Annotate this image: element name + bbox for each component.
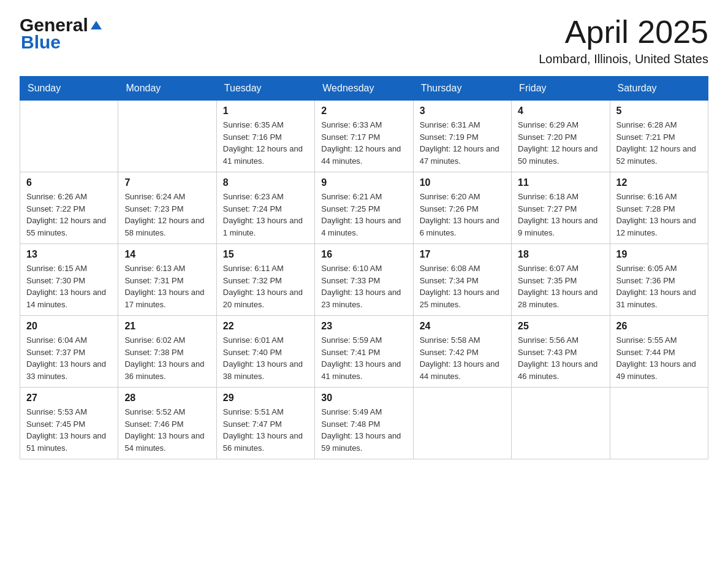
day-info: Sunrise: 6:01 AMSunset: 7:40 PMDaylight:… [223,334,308,382]
day-number: 14 [124,249,210,260]
daylight-text: Daylight: 13 hours and 4 minutes. [321,215,406,239]
calendar-week-row: 6Sunrise: 6:26 AMSunset: 7:22 PMDaylight… [20,172,708,244]
day-info: Sunrise: 6:02 AMSunset: 7:38 PMDaylight:… [124,334,210,382]
table-row: 29Sunrise: 5:51 AMSunset: 7:47 PMDayligh… [216,388,314,459]
header-sunday: Sunday [20,77,118,101]
sunset-text: Sunset: 7:45 PM [26,418,112,431]
sunset-text: Sunset: 7:35 PM [518,275,603,287]
table-row [20,101,118,172]
sunset-text: Sunset: 7:33 PM [321,275,406,287]
sunrise-text: Sunrise: 6:18 AM [518,191,603,203]
table-row: 30Sunrise: 5:49 AMSunset: 7:48 PMDayligh… [315,388,413,459]
day-info: Sunrise: 6:24 AMSunset: 7:23 PMDaylight:… [124,191,210,239]
header-tuesday: Tuesday [216,77,314,101]
table-row [512,388,610,459]
day-number: 13 [26,249,112,260]
day-info: Sunrise: 6:33 AMSunset: 7:17 PMDaylight:… [321,119,406,167]
header-friday: Friday [512,77,610,101]
sunrise-text: Sunrise: 5:59 AM [321,334,406,347]
day-info: Sunrise: 6:16 AMSunset: 7:28 PMDaylight:… [616,191,702,239]
sunset-text: Sunset: 7:25 PM [321,203,406,215]
daylight-text: Daylight: 12 hours and 58 minutes. [124,215,210,239]
day-number: 19 [616,249,702,260]
daylight-text: Daylight: 13 hours and 54 minutes. [124,430,210,454]
day-number: 28 [124,393,210,404]
table-row: 21Sunrise: 6:02 AMSunset: 7:38 PMDayligh… [118,316,216,388]
logo-triangle-icon [89,18,103,32]
sunset-text: Sunset: 7:37 PM [26,347,112,359]
day-info: Sunrise: 6:08 AMSunset: 7:34 PMDaylight:… [420,262,505,310]
sunset-text: Sunset: 7:47 PM [223,418,308,431]
daylight-text: Daylight: 13 hours and 33 minutes. [26,358,112,382]
daylight-text: Daylight: 12 hours and 47 minutes. [420,143,505,167]
daylight-text: Daylight: 13 hours and 23 minutes. [321,286,406,310]
sunrise-text: Sunrise: 5:58 AM [420,334,505,347]
table-row: 7Sunrise: 6:24 AMSunset: 7:23 PMDaylight… [118,172,216,244]
day-info: Sunrise: 6:11 AMSunset: 7:32 PMDaylight:… [223,262,308,310]
day-number: 7 [124,177,210,188]
daylight-text: Daylight: 13 hours and 28 minutes. [518,286,603,310]
day-number: 27 [26,393,112,404]
header-saturday: Saturday [610,77,708,101]
day-info: Sunrise: 6:04 AMSunset: 7:37 PMDaylight:… [26,334,112,382]
sunrise-text: Sunrise: 5:52 AM [124,406,210,418]
sunrise-text: Sunrise: 6:07 AM [518,262,603,275]
day-info: Sunrise: 6:26 AMSunset: 7:22 PMDaylight:… [26,191,112,239]
day-info: Sunrise: 6:23 AMSunset: 7:24 PMDaylight:… [223,191,308,239]
table-row: 25Sunrise: 5:56 AMSunset: 7:43 PMDayligh… [512,316,610,388]
sunrise-text: Sunrise: 6:33 AM [321,119,406,131]
sunset-text: Sunset: 7:32 PM [223,275,308,287]
daylight-text: Daylight: 13 hours and 38 minutes. [223,358,308,382]
calendar-week-row: 1Sunrise: 6:35 AMSunset: 7:16 PMDaylight… [20,101,708,172]
daylight-text: Daylight: 13 hours and 46 minutes. [518,358,603,382]
table-row [413,388,511,459]
sunrise-text: Sunrise: 6:23 AM [223,191,308,203]
day-number: 2 [321,105,406,117]
day-number: 20 [26,321,112,332]
sunrise-text: Sunrise: 5:55 AM [616,334,702,347]
sunrise-text: Sunrise: 5:53 AM [26,406,112,418]
location-subtitle: Lombard, Illinois, United States [539,52,708,66]
day-number: 3 [420,105,505,117]
table-row: 23Sunrise: 5:59 AMSunset: 7:41 PMDayligh… [315,316,413,388]
logo: General Blue [20,15,104,53]
sunrise-text: Sunrise: 6:24 AM [124,191,210,203]
table-row [118,101,216,172]
table-row: 13Sunrise: 6:15 AMSunset: 7:30 PMDayligh… [20,244,118,316]
day-info: Sunrise: 5:51 AMSunset: 7:47 PMDaylight:… [223,406,308,454]
sunset-text: Sunset: 7:41 PM [321,347,406,359]
sunrise-text: Sunrise: 6:02 AM [124,334,210,347]
sunrise-text: Sunrise: 6:20 AM [420,191,505,203]
sunset-text: Sunset: 7:22 PM [26,203,112,215]
header-title-block: April 2025 Lombard, Illinois, United Sta… [539,15,708,66]
day-number: 15 [223,249,308,260]
logo-blue-text: Blue [20,32,61,53]
table-row: 1Sunrise: 6:35 AMSunset: 7:16 PMDaylight… [216,101,314,172]
sunset-text: Sunset: 7:20 PM [518,131,603,144]
sunrise-text: Sunrise: 6:13 AM [124,262,210,275]
header-wednesday: Wednesday [315,77,413,101]
table-row: 6Sunrise: 6:26 AMSunset: 7:22 PMDaylight… [20,172,118,244]
day-info: Sunrise: 6:28 AMSunset: 7:21 PMDaylight:… [616,119,702,167]
day-number: 23 [321,321,406,332]
table-row: 22Sunrise: 6:01 AMSunset: 7:40 PMDayligh… [216,316,314,388]
day-number: 30 [321,393,406,404]
daylight-text: Daylight: 13 hours and 56 minutes. [223,430,308,454]
daylight-text: Daylight: 13 hours and 6 minutes. [420,215,505,239]
daylight-text: Daylight: 12 hours and 44 minutes. [321,143,406,167]
day-info: Sunrise: 6:10 AMSunset: 7:33 PMDaylight:… [321,262,406,310]
day-number: 9 [321,177,406,188]
table-row: 18Sunrise: 6:07 AMSunset: 7:35 PMDayligh… [512,244,610,316]
day-info: Sunrise: 6:35 AMSunset: 7:16 PMDaylight:… [223,119,308,167]
daylight-text: Daylight: 13 hours and 17 minutes. [124,286,210,310]
daylight-text: Daylight: 13 hours and 49 minutes. [616,358,702,382]
sunrise-text: Sunrise: 6:28 AM [616,119,702,131]
sunrise-text: Sunrise: 6:11 AM [223,262,308,275]
daylight-text: Daylight: 12 hours and 41 minutes. [223,143,308,167]
table-row: 3Sunrise: 6:31 AMSunset: 7:19 PMDaylight… [413,101,511,172]
day-info: Sunrise: 5:58 AMSunset: 7:42 PMDaylight:… [420,334,505,382]
sunset-text: Sunset: 7:42 PM [420,347,505,359]
daylight-text: Daylight: 13 hours and 51 minutes. [26,430,112,454]
sunrise-text: Sunrise: 6:21 AM [321,191,406,203]
day-info: Sunrise: 6:05 AMSunset: 7:36 PMDaylight:… [616,262,702,310]
